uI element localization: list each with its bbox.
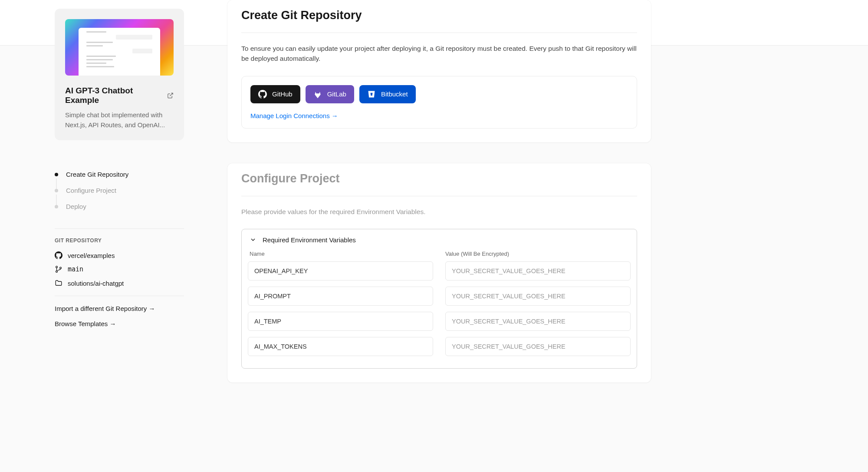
env-vars-box: Required Environment Variables Name Valu… xyxy=(241,229,637,369)
repo-branch-row: main xyxy=(55,265,184,273)
github-icon xyxy=(55,251,62,259)
github-icon xyxy=(258,90,267,99)
steps-list: Create Git Repository Configure Project … xyxy=(55,166,184,215)
github-button[interactable]: GitHub xyxy=(250,85,300,103)
env-row xyxy=(248,312,631,331)
env-value-input[interactable] xyxy=(445,261,631,281)
env-row xyxy=(248,287,631,306)
chevron-down-icon xyxy=(250,236,256,243)
panel-description: Please provide values for the required E… xyxy=(241,207,637,217)
panel-title: Create Git Repository xyxy=(241,0,637,33)
panel-description: To ensure you can easily update your pro… xyxy=(241,43,637,64)
panel-title: Configure Project xyxy=(241,163,637,196)
gitlab-icon xyxy=(313,90,322,99)
divider xyxy=(55,228,184,229)
step-deploy: Deploy xyxy=(55,198,184,215)
manage-login-connections-link[interactable]: Manage Login Connections → xyxy=(250,112,338,119)
svg-point-2 xyxy=(56,271,58,272)
step-configure-project: Configure Project xyxy=(55,182,184,198)
env-row xyxy=(248,261,631,281)
gitlab-button[interactable]: GitLab xyxy=(306,85,354,103)
folder-icon xyxy=(55,279,62,287)
svg-point-3 xyxy=(60,267,62,269)
svg-line-0 xyxy=(170,93,173,96)
divider xyxy=(55,296,184,296)
env-name-column-label: Name xyxy=(250,251,433,257)
step-create-git-repo: Create Git Repository xyxy=(55,166,184,182)
repo-folder-row: solutions/ai-chatgpt xyxy=(55,279,184,287)
env-name-input[interactable] xyxy=(248,312,433,331)
env-value-input[interactable] xyxy=(445,312,631,331)
branch-icon xyxy=(55,265,62,273)
env-name-input[interactable] xyxy=(248,261,433,281)
configure-project-panel: Configure Project Please provide values … xyxy=(227,163,651,383)
create-git-repo-panel: Create Git Repository To ensure you can … xyxy=(227,0,651,142)
project-thumbnail xyxy=(65,19,174,76)
env-name-input[interactable] xyxy=(248,337,433,356)
project-description: Simple chat bot implemented with Next.js… xyxy=(65,110,174,130)
git-provider-box: GitHub GitLab Bitbucket xyxy=(241,76,637,129)
repo-name-row: vercel/examples xyxy=(55,251,184,259)
env-row xyxy=(248,337,631,356)
project-title: AI GPT-3 Chatbot Example xyxy=(65,86,163,105)
project-card: AI GPT-3 Chatbot Example Simple chat bot… xyxy=(55,9,184,140)
env-value-input[interactable] xyxy=(445,287,631,306)
import-different-repo-link[interactable]: Import a different Git Repository → xyxy=(55,305,184,312)
env-value-input[interactable] xyxy=(445,337,631,356)
env-name-input[interactable] xyxy=(248,287,433,306)
env-vars-toggle[interactable]: Required Environment Variables xyxy=(242,229,637,251)
bitbucket-icon xyxy=(367,90,376,99)
env-value-column-label: Value (Will Be Encrypted) xyxy=(445,251,629,257)
svg-point-1 xyxy=(56,266,58,268)
bitbucket-button[interactable]: Bitbucket xyxy=(359,85,416,103)
external-link-icon[interactable] xyxy=(167,92,174,99)
git-repository-section-label: GIT REPOSITORY xyxy=(55,238,184,244)
browse-templates-link[interactable]: Browse Templates → xyxy=(55,320,184,327)
